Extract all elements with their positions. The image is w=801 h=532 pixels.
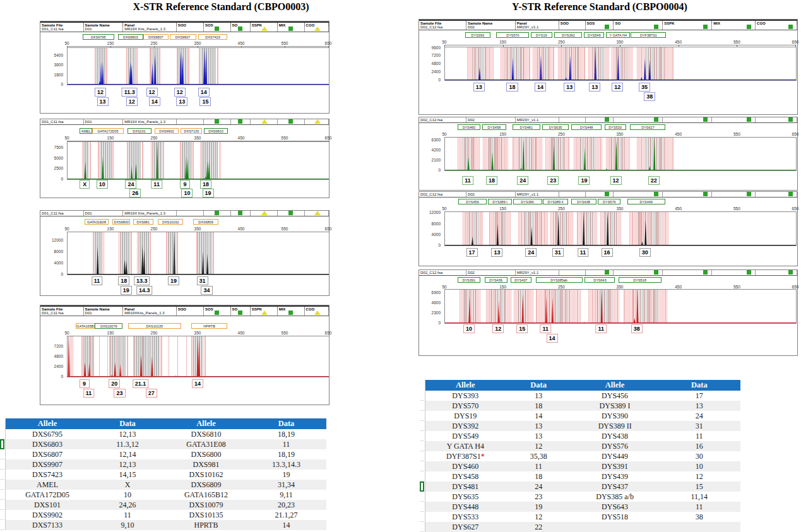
row-header-cell[interactable] [420,401,424,411]
table-cell[interactable]: DYS390 [572,411,658,421]
row-header-cell[interactable] [420,411,424,421]
table-cell[interactable]: 18 [506,471,572,482]
table-cell[interactable]: DYS458 [425,471,506,482]
table-cell[interactable]: 11,14 [658,492,740,502]
table-cell[interactable]: 13 [506,421,572,431]
row-header-cell[interactable] [420,522,424,532]
table-cell[interactable]: DYS460 [425,461,506,471]
table-cell[interactable]: GATA172D05 [6,490,89,500]
table-cell[interactable]: DXS7133 [6,520,89,530]
table-cell[interactable]: DYS392 [425,421,506,431]
table-cell[interactable]: 21.1,27 [246,510,326,520]
row-header-cell[interactable] [420,471,424,482]
table-cell[interactable]: DYS549 [425,431,506,441]
table-cell[interactable]: DYS643 [572,502,658,512]
table-cell[interactable]: HPRTB [166,520,246,530]
table-cell[interactable]: 31,34 [246,480,326,490]
row-header-cell[interactable] [0,480,4,490]
table-cell[interactable]: DYS439 [572,471,658,482]
row-header-cell[interactable] [0,500,4,510]
row-header-cell[interactable] [420,482,424,492]
table-cell[interactable]: 19 [246,470,326,480]
table-cell[interactable]: DYS627 [425,522,506,532]
table-cell[interactable]: DYS481 [425,482,506,492]
table-cell[interactable]: 22 [506,522,572,532]
table-cell[interactable]: DYS385 a/b [572,492,658,502]
table-cell[interactable]: 11.3,12 [89,439,166,449]
table-cell[interactable]: DYS448 [425,502,506,512]
table-cell[interactable]: 12 [506,512,572,522]
table-cell[interactable]: 12,13 [89,459,166,470]
row-header-cell[interactable] [0,470,4,480]
row-header-cell[interactable] [420,512,424,522]
table-cell[interactable]: DYS391 [572,461,658,471]
table-cell[interactable]: DXS6800 [166,449,246,459]
table-cell[interactable]: 18,19 [246,449,326,459]
row-header-cell[interactable] [0,439,4,449]
table-cell[interactable]: DXS6810 [166,429,246,439]
table-cell[interactable]: 19 [506,502,572,512]
table-cell[interactable]: 17 [658,391,740,401]
table-cell[interactable]: 13 [506,391,572,401]
row-header-cell[interactable] [0,510,4,520]
table-cell[interactable] [572,522,658,532]
table-cell[interactable]: DXS9902 [6,510,89,520]
table-cell[interactable]: X [89,480,166,490]
table-cell[interactable]: DXS6807 [6,449,89,459]
table-cell[interactable]: 12 [506,441,572,451]
table-cell[interactable]: 11 [89,510,166,520]
table-cell[interactable]: 30 [658,451,740,461]
table-cell[interactable]: 24 [658,411,740,421]
table-cell[interactable]: 14 [506,411,572,421]
row-header-cell[interactable] [420,441,424,451]
row-header-cell[interactable] [0,520,4,530]
table-cell[interactable]: 18,19 [246,429,326,439]
table-cell[interactable]: 12,14 [89,449,166,459]
table-cell[interactable]: DXS10079 [166,500,246,510]
table-cell[interactable]: DXS10135 [166,510,246,520]
table-cell[interactable]: DYS456 [572,391,658,401]
row-header-cell[interactable] [420,391,424,401]
row-header-cell[interactable] [0,429,4,439]
table-cell[interactable]: 24 [506,482,572,492]
table-cell[interactable]: DXS10162 [166,470,246,480]
table-cell[interactable]: 11 [658,502,740,512]
table-cell[interactable]: DYS570 [425,401,506,411]
table-cell[interactable]: DYS438 [572,431,658,441]
table-cell[interactable]: 18 [506,401,572,411]
table-cell[interactable]: 9,11 [246,490,326,500]
table-cell[interactable]: 24,26 [89,500,166,510]
table-cell[interactable]: 16 [658,441,740,451]
table-cell[interactable]: DXS7423 [6,470,89,480]
table-cell[interactable]: DYS533 [425,512,506,522]
table-cell[interactable]: 23 [506,492,572,502]
row-header-cell[interactable] [420,451,424,461]
table-cell[interactable]: DYF387S1* [425,451,506,461]
table-cell[interactable]: DXS6803 [6,439,89,449]
table-cell[interactable]: DXS981 [166,459,246,470]
table-cell[interactable]: 11 [658,431,740,441]
row-header-cell[interactable] [420,502,424,512]
table-cell[interactable]: DXS101 [6,500,89,510]
table-cell[interactable]: 20,23 [246,500,326,510]
table-cell[interactable]: 13 [506,431,572,441]
table-cell[interactable]: DXS6795 [6,429,89,439]
table-cell[interactable]: 9,10 [89,520,166,530]
row-header-cell[interactable] [420,431,424,441]
row-header-cell[interactable] [420,461,424,471]
table-cell[interactable]: DYS576 [572,441,658,451]
table-cell[interactable]: DYS393 [425,391,506,401]
table-cell[interactable]: 31 [658,421,740,431]
table-cell[interactable]: 13.3,14.3 [246,459,326,470]
table-cell[interactable]: DYS19 [425,411,506,421]
table-cell[interactable]: DYS389 II [572,421,658,431]
table-cell[interactable]: 14 [246,520,326,530]
table-cell[interactable]: 13 [658,401,740,411]
table-cell[interactable] [658,522,740,532]
table-cell[interactable]: 11 [246,439,326,449]
table-cell[interactable]: 38 [658,512,740,522]
table-cell[interactable]: 10 [658,461,740,471]
table-cell[interactable]: Y GATA H4 [425,441,506,451]
table-cell[interactable]: 12,13 [89,429,166,439]
row-header-cell[interactable] [420,421,424,431]
